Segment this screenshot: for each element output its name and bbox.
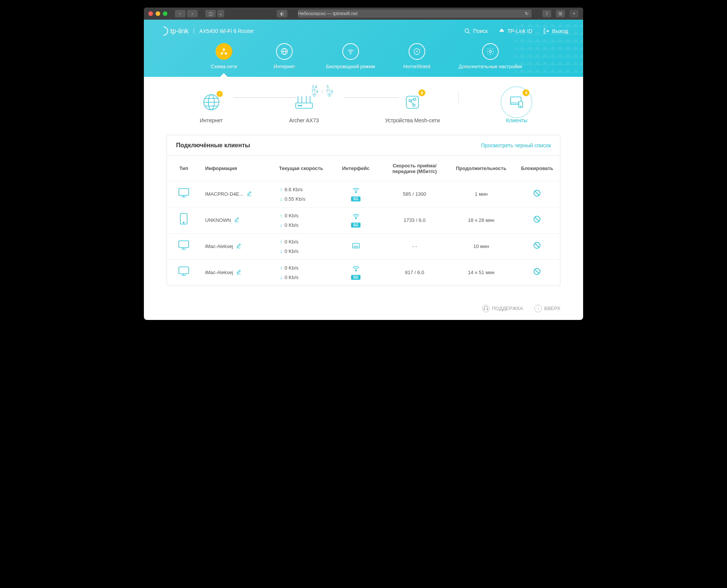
address-bar[interactable]: Небезопасно — tplinkwifi.net ↻ bbox=[298, 9, 532, 18]
panel-title: Подключённые клиенты bbox=[176, 142, 250, 149]
share-icon[interactable]: ⇧ bbox=[542, 10, 551, 17]
svg-point-15 bbox=[314, 96, 315, 97]
clients-table: Тип Информация Текущая скорость Интерфей… bbox=[167, 156, 560, 285]
nav-advanced[interactable]: Дополнительные настройки bbox=[459, 43, 522, 70]
block-button[interactable] bbox=[533, 269, 541, 277]
arrow-up-icon: ↑ bbox=[280, 239, 282, 245]
ethernet-icon bbox=[351, 245, 360, 251]
device-name: iMac-Aleksej bbox=[205, 243, 233, 249]
browser-window: ‹ › ◫ ⌄ ◐ Небезопасно — tplinkwifi.net ↻… bbox=[144, 8, 583, 320]
mesh-count-badge: 0 bbox=[418, 89, 425, 96]
svg-line-1 bbox=[468, 32, 470, 34]
nav-wireless[interactable]: Беспроводной режим bbox=[326, 43, 375, 70]
block-button[interactable] bbox=[533, 190, 541, 199]
diagram-router[interactable]: 2,4 ГГц | 5 ГГц Archer AX73 bbox=[289, 92, 319, 123]
internet-icon bbox=[276, 43, 293, 60]
dropdown-button[interactable]: ⌄ bbox=[217, 10, 224, 17]
footer: ПОДДЕРЖКА ↑ ВВЕРХ bbox=[144, 297, 583, 320]
diagram-separator bbox=[458, 91, 459, 104]
arrow-down-icon: ↓ bbox=[280, 222, 282, 228]
network-diagram: ✓ Интернет 2,4 ГГц | 5 ГГц Archer AX73 bbox=[167, 76, 560, 135]
edit-icon[interactable] bbox=[236, 269, 241, 276]
clients-panel: Подключённые клиенты Просмотреть черный … bbox=[167, 135, 560, 286]
logo-icon bbox=[159, 27, 168, 36]
diagram-mesh[interactable]: 0 Устройства Mesh-сети bbox=[385, 92, 440, 123]
svg-point-16 bbox=[329, 96, 330, 97]
diagram-internet[interactable]: ✓ Интернет bbox=[200, 92, 223, 123]
svg-rect-51 bbox=[353, 243, 359, 248]
support-button[interactable]: ПОДДЕРЖКА bbox=[482, 305, 523, 312]
block-button[interactable] bbox=[533, 243, 541, 251]
diagram-clients[interactable]: 4 Клиенты bbox=[506, 92, 527, 123]
svg-rect-24 bbox=[406, 96, 418, 108]
duration-value: 1 мин bbox=[448, 181, 514, 207]
homeshield-icon bbox=[409, 43, 425, 60]
svg-point-23 bbox=[300, 105, 301, 106]
svg-line-28 bbox=[411, 101, 413, 104]
device-type-icon bbox=[178, 189, 190, 200]
content-area: ✓ Интернет 2,4 ГГц | 5 ГГц Archer AX73 bbox=[144, 76, 583, 297]
duration-value: 14 ч 51 мин bbox=[448, 259, 514, 285]
browser-titlebar: ‹ › ◫ ⌄ ◐ Небезопасно — tplinkwifi.net ↻… bbox=[144, 8, 583, 20]
th-type: Тип bbox=[167, 156, 201, 181]
nav-homeshield[interactable]: HomeShield bbox=[398, 43, 436, 70]
svg-line-29 bbox=[411, 100, 413, 100]
svg-point-0 bbox=[465, 29, 469, 33]
logout-button[interactable]: Выход bbox=[543, 28, 568, 34]
table-row: UNKNOWN ↑ 0 Kb/s↓ 0 Kb/s5G1733 / 6.018 ч… bbox=[167, 207, 560, 233]
upload-speed: 0 Kb/s bbox=[284, 213, 298, 218]
mesh-icon: 0 bbox=[402, 92, 423, 113]
svg-line-46 bbox=[535, 217, 539, 221]
tplink-id-button[interactable]: TP-Link ID bbox=[498, 28, 532, 34]
svg-point-2 bbox=[223, 48, 225, 51]
svg-line-57 bbox=[535, 243, 539, 248]
minimize-window-button[interactable] bbox=[156, 11, 160, 16]
nav-network-map[interactable]: Схема сети bbox=[205, 43, 243, 70]
blacklist-link[interactable]: Просмотреть черный список bbox=[481, 142, 551, 148]
th-block: Блокировать bbox=[514, 156, 560, 181]
device-type-icon bbox=[179, 215, 189, 227]
block-button[interactable] bbox=[533, 217, 541, 225]
traffic-lights bbox=[148, 11, 167, 16]
duration-value: 18 ч 28 мин bbox=[448, 207, 514, 233]
svg-rect-30 bbox=[510, 97, 521, 104]
cloud-icon bbox=[498, 28, 505, 34]
main-nav: Схема сети Интернет Беспроводной режим H… bbox=[159, 43, 568, 77]
table-row: iMac-Aleksej ↑ 0 Kb/s↓ 0 Kb/s- -10 мин bbox=[167, 233, 560, 259]
freq-24-label: 2,4 ГГц bbox=[312, 85, 318, 98]
arrow-up-icon: ↑ bbox=[534, 305, 542, 312]
arrow-up-icon: ↑ bbox=[280, 213, 282, 218]
edit-icon[interactable] bbox=[234, 217, 239, 223]
svg-point-22 bbox=[298, 105, 299, 106]
shield-icon[interactable]: ◐ bbox=[277, 10, 287, 17]
brand-area: tp-link | AX5400 Wi-Fi 6 Router bbox=[159, 27, 254, 36]
new-tab-button[interactable]: + bbox=[569, 10, 579, 17]
reload-icon[interactable]: ↻ bbox=[525, 11, 532, 16]
table-row: iMac-Aleksej ↑ 0 Kb/s↓ 0 Kb/s5G817 / 6.0… bbox=[167, 259, 560, 285]
wireless-icon bbox=[342, 43, 359, 60]
svg-point-8 bbox=[350, 53, 351, 54]
svg-point-27 bbox=[413, 104, 415, 106]
edit-icon[interactable] bbox=[246, 191, 252, 197]
back-button[interactable]: ‹ bbox=[175, 10, 186, 17]
rate-value: 817 / 6.0 bbox=[381, 259, 448, 285]
svg-rect-32 bbox=[519, 101, 523, 108]
check-badge-icon: ✓ bbox=[217, 91, 223, 97]
search-button[interactable]: Поиск bbox=[464, 28, 488, 34]
diagram-connector bbox=[234, 97, 296, 98]
forward-button[interactable]: › bbox=[187, 10, 198, 17]
svg-point-42 bbox=[183, 222, 184, 223]
edit-icon[interactable] bbox=[236, 243, 241, 250]
tabs-icon[interactable]: ⊞ bbox=[556, 10, 565, 17]
device-name: IMACPRO-D4E... bbox=[205, 191, 243, 197]
scroll-top-button[interactable]: ↑ ВВЕРХ bbox=[534, 305, 560, 312]
download-speed: 0 Kb/s bbox=[284, 275, 298, 280]
close-window-button[interactable] bbox=[148, 11, 153, 16]
logout-icon bbox=[543, 28, 550, 34]
duration-value: 10 мин bbox=[448, 233, 514, 259]
sidebar-button[interactable]: ◫ bbox=[205, 10, 216, 17]
router-model: AX5400 Wi-Fi 6 Router bbox=[199, 28, 254, 34]
maximize-window-button[interactable] bbox=[163, 11, 167, 16]
nav-internet[interactable]: Интернет bbox=[265, 43, 303, 70]
th-info: Информация bbox=[201, 156, 268, 181]
